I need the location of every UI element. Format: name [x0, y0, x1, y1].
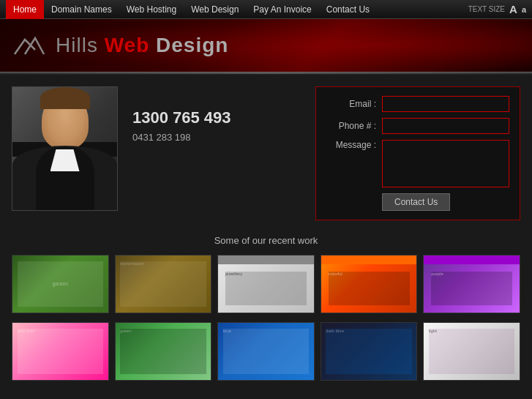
text-size-small-button[interactable]: a	[522, 5, 526, 14]
thumb-bar-5	[424, 256, 520, 264]
email-input[interactable]	[382, 96, 509, 112]
portfolio-row-2: pink kids green blue dark blue l	[12, 322, 520, 381]
logo-hills: Hills	[56, 34, 98, 56]
message-row: Message :	[326, 140, 509, 187]
text-size-label: TEXT SIZE	[468, 5, 505, 13]
thumb-content-2: stonemason	[116, 256, 211, 313]
logo-web: Web	[105, 34, 150, 56]
thumb-content-6: pink kids	[12, 323, 108, 380]
portfolio-thumb-8[interactable]: blue	[217, 322, 315, 381]
phone-label: Phone # :	[326, 121, 376, 131]
hero-photo	[12, 86, 118, 211]
message-label: Message :	[326, 140, 376, 150]
hero-contact-info: 1300 765 493 0431 283 198	[132, 86, 315, 157]
phone-row: Phone # :	[326, 118, 509, 134]
thumb-content-7: green	[116, 323, 211, 380]
nav-web-hosting[interactable]: Web Hosting	[119, 0, 184, 19]
email-row: Email :	[326, 96, 509, 112]
portfolio-title: Some of our recent work	[12, 235, 520, 246]
thumb-content-9: dark blue	[321, 323, 417, 380]
text-size-large-button[interactable]: A	[509, 3, 517, 15]
portfolio-thumb-4[interactable]: colorful	[321, 255, 418, 313]
portfolio-thumb-1[interactable]: garden	[12, 255, 109, 313]
text-size-controls: TEXT SIZE A a	[468, 3, 526, 15]
hero-section: 1300 765 493 0431 283 198 Email : Phone …	[12, 86, 520, 220]
portfolio-row-1: garden stonemason jewellery colorful	[12, 255, 520, 313]
contact-form: Email : Phone # : Message : Contact Us	[315, 86, 520, 220]
portfolio-thumb-6[interactable]: pink kids	[12, 322, 109, 381]
phone-main: 1300 765 493	[132, 108, 315, 127]
portfolio-thumb-3[interactable]: jewellery	[217, 255, 315, 313]
submit-row: Contact Us	[326, 193, 509, 211]
thumb-content-8: blue	[218, 323, 314, 380]
portfolio-thumb-5[interactable]: purple	[423, 255, 520, 313]
thumb-content-10: light	[424, 323, 520, 380]
site-logo-text: Hills Web Design	[56, 34, 228, 57]
logo-icon	[12, 32, 47, 59]
nav-web-design[interactable]: Web Design	[184, 0, 246, 19]
thumb-bar-3	[218, 256, 314, 264]
nav-pay-invoice[interactable]: Pay An Invoice	[246, 0, 318, 19]
thumb-content-1: garden	[12, 256, 108, 313]
logo-design: Design	[156, 34, 228, 56]
nav-home[interactable]: Home	[6, 0, 44, 19]
phone-alt: 0431 283 198	[132, 132, 315, 143]
navigation: Home Domain Names Web Hosting Web Design…	[0, 0, 532, 19]
nav-domain-names[interactable]: Domain Names	[44, 0, 119, 19]
portfolio-thumb-10[interactable]: light	[423, 322, 520, 381]
email-label: Email :	[326, 99, 376, 109]
portfolio-thumb-2[interactable]: stonemason	[115, 255, 212, 313]
portfolio-section: Some of our recent work garden stonemaso…	[12, 235, 520, 381]
nav-contact[interactable]: Contact Us	[319, 0, 377, 19]
portfolio-thumb-7[interactable]: green	[115, 322, 212, 381]
thumb-bar-4	[321, 256, 417, 264]
portfolio-thumb-9[interactable]: dark blue	[321, 322, 418, 381]
site-header: Hills Web Design	[0, 19, 532, 72]
submit-button[interactable]: Contact Us	[382, 193, 450, 211]
main-content: 1300 765 493 0431 283 198 Email : Phone …	[0, 75, 532, 399]
phone-input[interactable]	[382, 118, 509, 134]
message-input[interactable]	[382, 140, 509, 187]
